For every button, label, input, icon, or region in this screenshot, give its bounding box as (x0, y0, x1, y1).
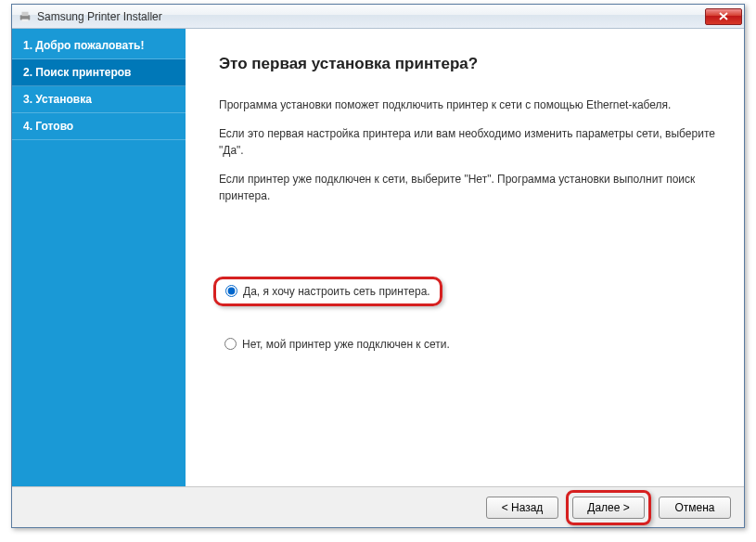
body-area: 1. Добро пожаловать! 2. Поиск принтеров … (12, 29, 744, 486)
svg-rect-2 (22, 19, 29, 21)
next-button-highlight: Далее > (566, 490, 651, 525)
page-heading: Это первая установка принтера? (219, 55, 720, 73)
window-title: Samsung Printer Installer (37, 10, 705, 23)
cancel-button[interactable]: Отмена (659, 497, 731, 519)
option-yes-row[interactable]: Да, я хочу настроить сеть принтера. (213, 277, 442, 306)
sidebar-step-install: 3. Установка (12, 86, 186, 113)
close-button[interactable] (705, 8, 742, 25)
description-para-3: Если принтер уже подключен к сети, выбер… (219, 172, 720, 204)
app-icon (18, 9, 32, 24)
close-icon (719, 12, 728, 20)
titlebar: Samsung Printer Installer (12, 5, 744, 29)
sidebar-step-welcome: 1. Добро пожаловать! (12, 32, 186, 59)
option-no-label: Нет, мой принтер уже подключен к сети. (242, 338, 450, 351)
option-yes-label: Да, я хочу настроить сеть принтера. (243, 285, 430, 298)
next-button[interactable]: Далее > (572, 497, 645, 519)
installer-window: Samsung Printer Installer 1. Добро пожал… (11, 4, 745, 528)
option-yes-radio[interactable] (225, 285, 237, 297)
svg-rect-1 (22, 11, 29, 15)
sidebar-step-search: 2. Поиск принтеров (12, 59, 186, 86)
sidebar: 1. Добро пожаловать! 2. Поиск принтеров … (12, 29, 186, 486)
main-content: Это первая установка принтера? Программа… (186, 29, 744, 486)
description-para-1: Программа установки поможет подключить п… (219, 97, 720, 113)
radio-options: Да, я хочу настроить сеть принтера. Нет,… (219, 277, 720, 355)
sidebar-step-done: 4. Готово (12, 113, 186, 140)
footer: < Назад Далее > Отмена (12, 486, 744, 527)
description-para-2: Если это первая настройка принтера или в… (219, 126, 720, 159)
back-button[interactable]: < Назад (486, 497, 558, 519)
option-no-row[interactable]: Нет, мой принтер уже подключен к сети. (219, 334, 455, 355)
option-no-radio[interactable] (224, 338, 237, 350)
